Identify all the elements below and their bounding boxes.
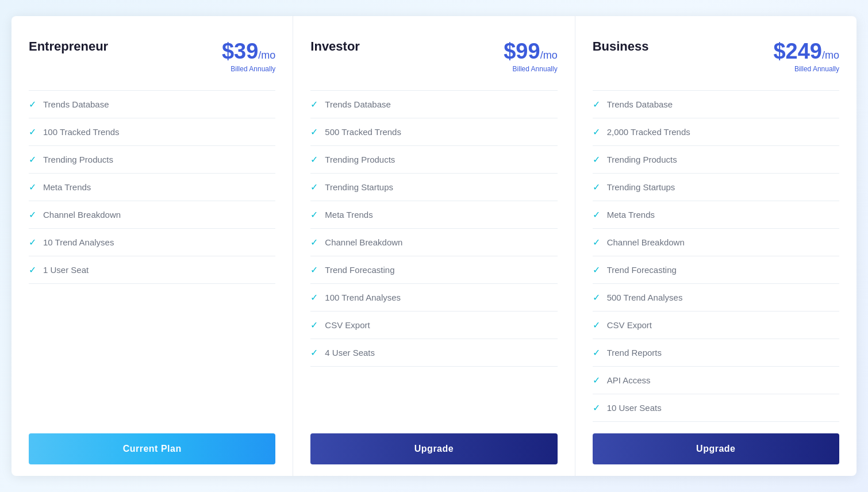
list-item: ✓Channel Breakdown [29, 201, 275, 229]
feature-label: Meta Trends [43, 182, 91, 192]
plan-price-block-entrepreneur: $39/moBilled Annually [222, 39, 275, 73]
plan-period-business: /mo [822, 49, 839, 61]
list-item: ✓1 User Seat [29, 256, 275, 284]
plan-amount-business: $249 [773, 39, 822, 63]
feature-label: Trending Startups [325, 182, 393, 192]
plan-price-business: $249/mo [773, 39, 839, 64]
plan-amount-entrepreneur: $39 [222, 39, 258, 63]
upgrade-button-investor[interactable]: Upgrade [310, 433, 557, 464]
check-icon: ✓ [29, 99, 36, 110]
check-icon: ✓ [593, 209, 600, 220]
list-item: ✓Channel Breakdown [593, 229, 839, 256]
plan-billed-investor: Billed Annually [504, 65, 557, 73]
list-item: ✓Meta Trends [310, 201, 557, 229]
check-icon: ✓ [29, 264, 36, 275]
feature-label: 10 User Seats [607, 403, 662, 413]
check-icon: ✓ [593, 154, 600, 165]
plan-header-investor: Investor$99/moBilled Annually [310, 39, 557, 73]
check-icon: ✓ [310, 264, 318, 275]
feature-label: CSV Export [607, 320, 652, 330]
feature-label: Channel Breakdown [607, 237, 685, 247]
list-item: ✓10 Trend Analyses [29, 229, 275, 256]
plan-price-block-business: $249/moBilled Annually [773, 39, 839, 73]
feature-label: Trend Reports [607, 348, 662, 358]
features-list-business: ✓Trends Database✓2,000 Tracked Trends✓Tr… [593, 90, 839, 422]
feature-label: Trend Forecasting [325, 265, 394, 275]
plan-price-entrepreneur: $39/mo [222, 39, 275, 64]
list-item: ✓100 Tracked Trends [29, 118, 275, 146]
check-icon: ✓ [310, 320, 318, 330]
feature-label: 500 Trend Analyses [607, 293, 683, 302]
check-icon: ✓ [29, 126, 36, 137]
list-item: ✓Trending Products [310, 146, 557, 174]
feature-label: 1 User Seat [43, 265, 89, 275]
check-icon: ✓ [593, 182, 600, 193]
feature-label: Trends Database [325, 99, 391, 109]
check-icon: ✓ [593, 99, 600, 110]
list-item: ✓CSV Export [310, 312, 557, 339]
feature-label: Channel Breakdown [325, 237, 402, 247]
feature-label: Meta Trends [607, 210, 655, 220]
plan-price-block-investor: $99/moBilled Annually [504, 39, 557, 73]
check-icon: ✓ [593, 237, 600, 248]
features-list-investor: ✓Trends Database✓500 Tracked Trends✓Tren… [310, 90, 557, 422]
plan-name-business: Business [593, 39, 649, 54]
feature-label: 500 Tracked Trends [325, 127, 401, 137]
feature-label: 10 Trend Analyses [43, 237, 114, 247]
features-list-entrepreneur: ✓Trends Database✓100 Tracked Trends✓Tren… [29, 90, 275, 422]
pricing-container: Entrepreneur$39/moBilled Annually✓Trends… [11, 16, 857, 476]
plan-footer-investor: Upgrade [310, 422, 557, 476]
list-item: ✓100 Trend Analyses [310, 284, 557, 312]
list-item: ✓Trending Startups [310, 174, 557, 201]
plan-name-investor: Investor [310, 39, 360, 54]
plan-footer-entrepreneur: Current Plan [29, 422, 275, 476]
check-icon: ✓ [593, 320, 600, 330]
list-item: ✓Trends Database [593, 90, 839, 118]
plan-amount-investor: $99 [504, 39, 540, 63]
current-plan-button-entrepreneur[interactable]: Current Plan [29, 433, 275, 464]
list-item: ✓API Access [593, 367, 839, 394]
check-icon: ✓ [310, 292, 318, 303]
check-icon: ✓ [29, 182, 36, 193]
plan-price-investor: $99/mo [504, 39, 557, 64]
feature-label: API Access [607, 375, 651, 385]
check-icon: ✓ [310, 237, 318, 248]
plan-period-entrepreneur: /mo [258, 49, 275, 61]
feature-label: Meta Trends [325, 210, 372, 220]
feature-label: Channel Breakdown [43, 210, 121, 220]
check-icon: ✓ [593, 347, 600, 358]
plan-header-business: Business$249/moBilled Annually [593, 39, 839, 73]
check-icon: ✓ [593, 402, 600, 413]
plan-billed-business: Billed Annually [773, 65, 839, 73]
plan-name-entrepreneur: Entrepreneur [29, 39, 108, 54]
list-item: ✓2,000 Tracked Trends [593, 118, 839, 146]
list-item: ✓Trend Forecasting [310, 256, 557, 284]
feature-label: 100 Tracked Trends [43, 127, 120, 137]
check-icon: ✓ [29, 237, 36, 248]
upgrade-button-business[interactable]: Upgrade [593, 433, 839, 464]
feature-label: Trending Products [325, 155, 395, 164]
plan-footer-business: Upgrade [593, 422, 839, 476]
feature-label: Trends Database [607, 99, 673, 109]
plan-column-business: Business$249/moBilled Annually✓Trends Da… [575, 16, 857, 476]
plan-header-entrepreneur: Entrepreneur$39/moBilled Annually [29, 39, 275, 73]
list-item: ✓Trends Database [310, 90, 557, 118]
check-icon: ✓ [310, 99, 318, 110]
list-item: ✓Trending Startups [593, 174, 839, 201]
check-icon: ✓ [593, 264, 600, 275]
list-item: ✓4 User Seats [310, 339, 557, 367]
list-item: ✓10 User Seats [593, 394, 839, 422]
feature-label: Trending Products [607, 155, 677, 164]
list-item: ✓Trending Products [29, 146, 275, 174]
check-icon: ✓ [310, 126, 318, 137]
list-item: ✓Meta Trends [593, 201, 839, 229]
feature-label: 2,000 Tracked Trends [607, 127, 690, 137]
list-item: ✓Trends Database [29, 90, 275, 118]
plan-column-entrepreneur: Entrepreneur$39/moBilled Annually✓Trends… [11, 16, 293, 476]
feature-label: Trend Forecasting [607, 265, 677, 275]
list-item: ✓Trend Forecasting [593, 256, 839, 284]
feature-label: 100 Trend Analyses [325, 293, 401, 302]
plan-column-investor: Investor$99/moBilled Annually✓Trends Dat… [293, 16, 575, 476]
list-item: ✓Meta Trends [29, 174, 275, 201]
check-icon: ✓ [593, 126, 600, 137]
